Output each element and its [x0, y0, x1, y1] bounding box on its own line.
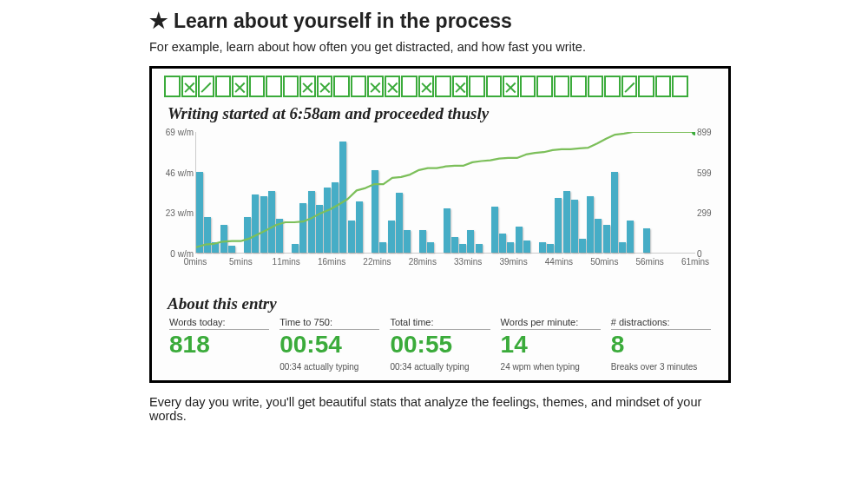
streak-day	[299, 76, 316, 97]
stat-block: # distractions:8Breaks over 3 minutes	[606, 317, 716, 372]
chart-bar	[196, 172, 203, 253]
x-axis-tick: 16mins	[318, 257, 345, 267]
streak-day	[367, 76, 384, 97]
chart-bar	[587, 196, 594, 253]
subtitle-text: For example, learn about how often you g…	[149, 40, 731, 54]
chart-bar	[348, 221, 355, 253]
y-left-tick: 23 w/m	[164, 208, 194, 218]
stats-panel: Writing started at 6:58am and proceeded …	[149, 66, 731, 383]
page-heading: ★ Learn about yourself in the process	[149, 9, 731, 33]
stat-note: 24 wpm when typing	[501, 362, 601, 372]
chart-bar	[388, 221, 395, 253]
x-axis-tick: 22mins	[363, 257, 391, 267]
chart-bar	[308, 191, 315, 253]
chart-bar	[260, 196, 267, 253]
chart-bar	[419, 230, 426, 253]
chart-bars	[196, 131, 695, 253]
chart-bar	[595, 219, 602, 253]
streak-day	[333, 76, 350, 97]
chart-title: Writing started at 6:58am and proceeded …	[168, 104, 716, 123]
x-axis-tick: 11mins	[273, 257, 300, 267]
streak-day	[435, 76, 451, 97]
streak-day	[283, 76, 299, 97]
streak-day	[164, 76, 181, 97]
chart-bar	[523, 240, 530, 253]
chart-bar	[204, 217, 211, 253]
chart-bar	[372, 170, 378, 253]
streak-day	[588, 76, 604, 97]
chart-bar	[404, 230, 411, 253]
chart-bar	[627, 221, 634, 253]
chart-bar	[603, 225, 610, 253]
chart-bar	[467, 230, 474, 253]
streak-day	[604, 76, 621, 97]
x-axis-tick: 50mins	[590, 257, 618, 267]
chart-bar	[276, 219, 283, 253]
chart-bar	[379, 242, 386, 253]
chart-bar	[451, 237, 458, 253]
chart-bar	[332, 182, 339, 253]
chart-bar	[563, 191, 570, 253]
streak-day	[520, 76, 536, 97]
streak-day	[351, 76, 367, 97]
streak-day	[536, 76, 553, 97]
streak-day	[215, 76, 232, 97]
chart-bar	[324, 188, 331, 253]
chart-bar	[571, 200, 578, 253]
chart-bar	[396, 193, 403, 253]
y-left-tick: 46 w/m	[164, 168, 194, 177]
chart-bar	[643, 228, 650, 253]
chart-bar	[516, 227, 523, 253]
x-axis-tick: 56mins	[636, 257, 664, 267]
streak-day	[638, 76, 654, 97]
streak-day	[570, 76, 587, 97]
x-axis-tick: 33mins	[454, 257, 482, 267]
chart-bar	[427, 242, 434, 253]
streak-day	[554, 76, 570, 97]
caption-text: Every day you write, you'll get beautifu…	[149, 395, 731, 423]
stat-value: 00:55	[390, 332, 490, 359]
x-axis-tick: 5mins	[229, 257, 253, 267]
streak-day	[317, 76, 333, 97]
streak-calendar	[164, 76, 716, 97]
streak-day	[232, 76, 248, 97]
streak-day	[672, 76, 688, 97]
streak-day	[198, 76, 214, 97]
star-icon: ★	[149, 9, 168, 33]
streak-day	[452, 76, 469, 97]
streak-day	[249, 76, 266, 97]
streak-day	[266, 76, 282, 97]
stat-note: 00:34 actually typing	[279, 362, 379, 372]
stat-label: Words today:	[169, 317, 269, 330]
stat-block: Time to 750:00:5400:34 actually typing	[274, 317, 385, 372]
stat-block: Words today:818	[164, 317, 274, 372]
y-left-tick: 69 w/m	[164, 128, 194, 137]
stat-block: Total time:00:5500:34 actually typing	[385, 317, 495, 372]
streak-day	[181, 76, 198, 97]
stat-label: Words per minute:	[501, 317, 601, 330]
chart-bar	[619, 242, 626, 253]
x-axis-tick: 44mins	[545, 257, 573, 267]
chart-bar	[299, 203, 306, 253]
y-right-tick: 599	[697, 168, 712, 177]
stat-label: Total time:	[390, 317, 490, 330]
x-axis-tick: 0mins	[184, 257, 207, 267]
chart-bar	[220, 225, 227, 253]
chart-bar	[356, 201, 363, 253]
stat-value: 14	[501, 332, 601, 359]
about-title: About this entry	[168, 294, 716, 313]
stat-block: Words per minute:1424 wpm when typing	[496, 317, 606, 372]
streak-day	[418, 76, 435, 97]
chart-bar	[507, 242, 514, 253]
chart-bar	[476, 244, 483, 253]
chart-bar	[611, 172, 618, 253]
stat-note: 00:34 actually typing	[390, 362, 490, 372]
chart-bar	[444, 208, 450, 253]
chart-bar	[499, 234, 506, 253]
stats-row: Words today:818Time to 750:00:5400:34 ac…	[164, 317, 716, 372]
heading-text: Learn about yourself in the process	[174, 10, 512, 33]
chart-bar	[459, 244, 466, 253]
stat-value: 00:54	[279, 332, 379, 359]
streak-day	[655, 76, 672, 97]
chart-bar	[491, 207, 498, 253]
